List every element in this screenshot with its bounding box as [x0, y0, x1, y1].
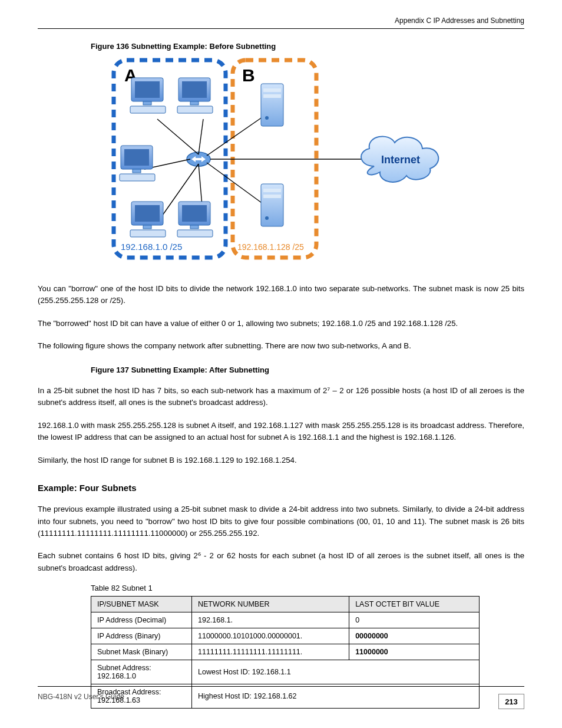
- internet-cloud-icon: Internet: [361, 136, 438, 182]
- paragraph-8: Each subnet contains 6 host ID bits, giv…: [38, 550, 524, 574]
- svg-line-2: [199, 119, 203, 154]
- th-last-octet: LAST OCTET BIT VALUE: [349, 597, 480, 612]
- svg-point-32: [265, 116, 269, 120]
- links: [144, 113, 362, 219]
- svg-rect-30: [263, 88, 281, 92]
- svg-rect-16: [177, 106, 213, 113]
- footer-guide-title: NBG-418N v2 User's Guide: [38, 693, 124, 701]
- paragraph-5: 192.168.1.0 with mask 255.255.255.128 is…: [38, 420, 524, 444]
- cell-mid: 11111111.11111111.11111111.: [192, 644, 349, 660]
- cell-label: IP Address (Decimal): [91, 612, 192, 628]
- internet-label: Internet: [381, 154, 420, 166]
- cell-mid: 192.168.1.: [192, 612, 349, 628]
- svg-line-1: [157, 119, 199, 154]
- cell-label: IP Address (Binary): [91, 628, 192, 644]
- paragraph-7: The previous example illustrated using a…: [38, 503, 524, 539]
- table-row: Subnet Address: 192.168.1.0 Lowest Host …: [91, 660, 480, 684]
- svg-rect-15: [190, 101, 199, 105]
- svg-rect-11: [143, 101, 151, 105]
- figure-caption-136: Figure 136 Subnetting Example: Before Su…: [91, 42, 524, 51]
- group-b-cidr: 192.168.1.128 /25: [237, 242, 304, 252]
- table-head-row: IP/SUBNET MASK NETWORK NUMBER LAST OCTET…: [91, 597, 480, 612]
- svg-rect-10: [135, 81, 160, 98]
- table-row: IP Address (Decimal) 192.168.1. 0: [91, 612, 480, 628]
- svg-line-6: [207, 113, 268, 156]
- paragraph-3: The following figure shows the company n…: [38, 340, 524, 352]
- svg-rect-19: [133, 169, 141, 173]
- th-network-number: NETWORK NUMBER: [192, 597, 349, 612]
- page: Appendix C IP Addresses and Subnetting F…: [0, 0, 562, 728]
- server-icons: [261, 84, 283, 226]
- cell-right: 00000000: [349, 628, 480, 644]
- svg-rect-18: [124, 149, 149, 166]
- svg-rect-24: [130, 230, 166, 237]
- th-ip-mask: IP/SUBNET MASK: [91, 597, 192, 612]
- svg-point-36: [265, 216, 269, 220]
- svg-rect-28: [177, 230, 213, 237]
- diagram-container: A 192.168.1.0 /25 B 192.168.1.128 /25: [38, 54, 524, 272]
- paragraph-4: In a 25-bit subnet the host ID has 7 bit…: [38, 385, 524, 409]
- cell-span: Lowest Host ID: 192.168.1.1: [192, 660, 480, 684]
- svg-rect-34: [263, 189, 281, 192]
- cell-right: 11000000: [349, 644, 480, 660]
- page-number: 213: [498, 694, 524, 709]
- table-caption: Table 82 Subnet 1: [91, 584, 524, 592]
- svg-line-7: [207, 163, 268, 207]
- paragraph-6: Similarly, the host ID range for subnet …: [38, 454, 524, 466]
- svg-rect-35: [263, 195, 281, 198]
- svg-rect-12: [130, 106, 166, 113]
- svg-rect-14: [182, 81, 207, 98]
- table-row: IP Address (Binary) 11000000.10101000.00…: [91, 628, 480, 644]
- page-header: Appendix C IP Addresses and Subnetting: [38, 17, 524, 29]
- paragraph-1: You can "borrow" one of the host ID bits…: [38, 283, 524, 307]
- svg-rect-20: [120, 174, 155, 181]
- svg-rect-23: [143, 225, 151, 229]
- svg-rect-26: [182, 205, 207, 222]
- table-row: Subnet Mask (Binary) 11111111.11111111.1…: [91, 644, 480, 660]
- cell-label: Subnet Mask (Binary): [91, 644, 192, 660]
- page-footer: NBG-418N v2 User's Guide 213: [38, 686, 524, 704]
- figure-caption-137: Figure 137 Subnetting Example: After Sub…: [91, 365, 524, 374]
- svg-rect-31: [263, 94, 281, 98]
- svg-rect-27: [190, 225, 199, 229]
- cell-label: Subnet Address: 192.168.1.0: [91, 660, 192, 684]
- group-b-label: B: [242, 65, 255, 85]
- paragraph-2: The "borrowed" host ID bit can have a va…: [38, 318, 524, 330]
- cell-mid: 11000000.10101000.00000001.: [192, 628, 349, 644]
- cell-right: 0: [349, 612, 480, 628]
- svg-rect-22: [135, 205, 160, 222]
- section-heading: Example: Four Subnets: [38, 483, 524, 493]
- group-a-cidr: 192.168.1.0 /25: [121, 242, 182, 252]
- network-diagram: A 192.168.1.0 /25 B 192.168.1.128 /25: [109, 54, 453, 272]
